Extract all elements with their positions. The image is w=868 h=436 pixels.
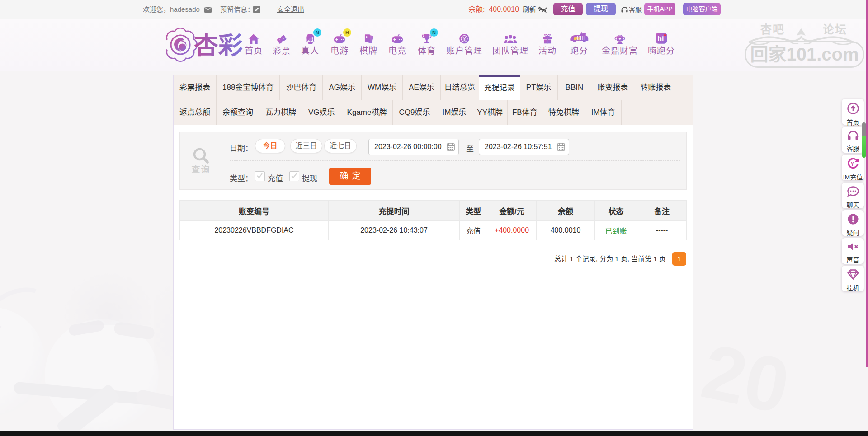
svg-text:杏彩: 杏彩 <box>194 32 243 59</box>
svg-text:跑分: 跑分 <box>574 36 581 41</box>
svg-text:¥: ¥ <box>851 161 854 167</box>
svg-text:hi: hi <box>657 34 664 42</box>
